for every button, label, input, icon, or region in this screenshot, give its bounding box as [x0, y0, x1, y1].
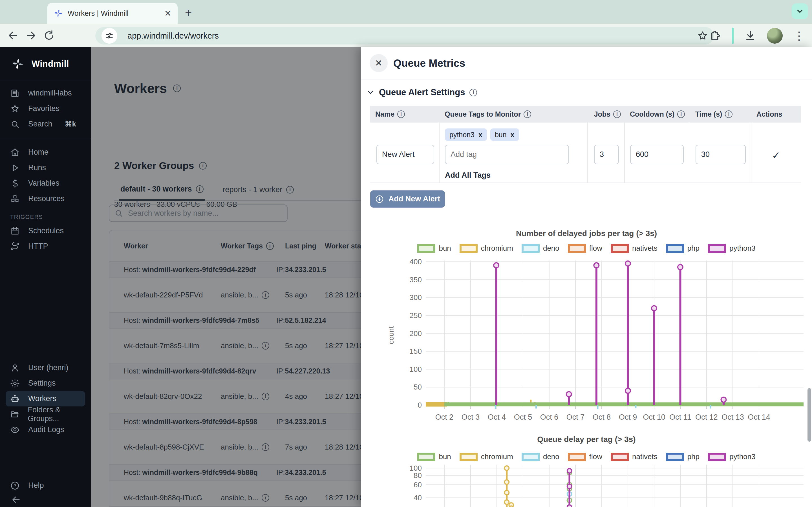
info-icon[interactable]: i [397, 110, 405, 118]
collapse-sidebar-icon[interactable] [0, 493, 91, 504]
back-icon[interactable] [4, 30, 22, 41]
forward-icon[interactable] [22, 30, 40, 41]
browser-menu-icon[interactable]: ⋮ [794, 30, 805, 41]
legend-item-deno[interactable]: deno [522, 244, 559, 252]
extensions-icon[interactable] [709, 30, 721, 42]
info-icon[interactable]: i [262, 443, 269, 451]
sidebar-item-folders-groups[interactable]: Folders & Groups... [0, 406, 91, 422]
alert-name-input[interactable] [376, 145, 434, 164]
host-row: Host: windmill-workers-9fdfc99d4-229dfIP… [109, 262, 361, 277]
bookmark-star-icon[interactable] [697, 30, 708, 41]
worker-tags: ansible, b...i [221, 392, 285, 401]
close-icon[interactable]: ✕ [370, 54, 388, 72]
host-label: Host: windmill-workers-9fdfc99d4-7m8s5 [124, 316, 259, 325]
time-input[interactable] [696, 145, 746, 164]
legend-item-bun[interactable]: bun [417, 244, 451, 252]
tab-label: reports - 1 worker [223, 185, 283, 194]
info-icon[interactable]: i [677, 110, 685, 118]
sidebar-item-user-henri[interactable]: User (henri) [0, 360, 91, 376]
add-tag-input[interactable] [445, 145, 569, 164]
tag-pill-bun[interactable]: bunx [490, 128, 519, 141]
svg-text:Oct 9: Oct 9 [619, 413, 637, 421]
reload-icon[interactable] [40, 30, 58, 41]
sidebar-item-audit-logs[interactable]: Audit Logs [0, 422, 91, 438]
chevron-down-icon [366, 89, 374, 96]
jobs-input[interactable] [594, 145, 619, 164]
alert-column-header: Cooldown (s)i [625, 110, 690, 118]
remove-tag-icon[interactable]: x [478, 131, 483, 139]
queue-metrics-drawer: ✕ Queue Metrics Queue Alert Settings i N… [361, 47, 812, 507]
info-icon[interactable]: i [196, 185, 204, 193]
workers-page: Workersi 2 Worker Groupsi default - 30 w… [91, 47, 361, 507]
sidebar-item-schedules[interactable]: Schedules [0, 223, 91, 238]
sidebar-item-settings[interactable]: Settings [0, 376, 91, 391]
legend-item-deno[interactable]: deno [522, 452, 559, 461]
sidebar-item-variables[interactable]: Variables [0, 175, 91, 191]
sidebar-item-http[interactable]: HTTP [0, 238, 91, 254]
legend-item-flow[interactable]: flow [568, 452, 602, 461]
site-settings-icon[interactable] [101, 28, 117, 44]
queue-alert-settings-toggle[interactable]: Queue Alert Settings i [366, 87, 477, 98]
sidebar-item-label: Help [28, 481, 44, 490]
sidebar-item-label: Variables [28, 179, 59, 187]
delayed-jobs-chart-legend: bunchromiumdenoflownativetsphppython3 [361, 244, 812, 252]
profile-avatar[interactable] [767, 28, 783, 44]
legend-item-python3[interactable]: python3 [708, 452, 756, 461]
add-all-tags-link[interactable]: Add All Tags [445, 171, 491, 180]
worker-search-input[interactable]: Search workers by name... [109, 205, 288, 222]
legend-item-php[interactable]: php [666, 452, 700, 461]
sidebar-item-home[interactable]: Home [0, 145, 91, 160]
legend-item-bun[interactable]: bun [417, 452, 451, 461]
url-bar[interactable]: app.windmill.dev/workers [95, 27, 714, 45]
info-icon[interactable]: i [523, 110, 531, 118]
confirm-check-icon[interactable]: ✓ [772, 150, 780, 161]
remove-tag-icon[interactable]: x [511, 131, 515, 139]
legend-item-chromium[interactable]: chromium [460, 452, 513, 461]
info-icon[interactable]: i [262, 342, 269, 349]
info-icon[interactable]: i [262, 291, 269, 299]
sidebar-item-workers[interactable]: Workers [6, 391, 85, 406]
last-ping: 5s ago [285, 494, 325, 502]
info-icon[interactable]: i [469, 89, 477, 96]
tab-reports[interactable]: reports - 1 workeri [221, 180, 295, 200]
sidebar-item-favorites[interactable]: Favorites [0, 101, 91, 116]
info-icon[interactable]: i [286, 186, 294, 193]
info-icon[interactable]: i [725, 110, 732, 118]
sidebar-item-windmill-labs[interactable]: windmill-labs [0, 86, 91, 101]
last-ping: 4s ago [285, 392, 325, 401]
sidebar-item-runs[interactable]: Runs [0, 160, 91, 175]
cooldown-input[interactable] [630, 145, 684, 164]
legend-item-flow[interactable]: flow [568, 244, 602, 252]
tab-search-button[interactable] [792, 3, 808, 19]
sidebar-brand[interactable]: Windmill [0, 47, 91, 79]
legend-item-chromium[interactable]: chromium [460, 244, 513, 252]
add-new-alert-button[interactable]: Add New Alert [370, 190, 445, 208]
legend-item-python3[interactable]: python3 [708, 244, 756, 252]
legend-item-nativets[interactable]: nativets [611, 452, 658, 461]
info-icon[interactable]: i [613, 110, 621, 118]
new-tab-icon[interactable]: + [185, 6, 192, 20]
sidebar-item-help[interactable]: ? Help [0, 478, 91, 493]
tag-pill-python3[interactable]: python3x [445, 128, 487, 141]
svg-text:50: 50 [414, 383, 422, 391]
legend-item-nativets[interactable]: nativets [611, 244, 658, 252]
alert-jobs-cell [588, 122, 625, 182]
info-icon[interactable]: i [199, 162, 207, 170]
svg-text:300: 300 [410, 293, 422, 302]
info-icon[interactable]: i [173, 84, 181, 92]
tab-default[interactable]: default - 30 workersi [119, 180, 205, 201]
info-icon[interactable]: i [266, 242, 274, 250]
info-icon[interactable]: i [262, 393, 269, 400]
downloads-icon[interactable] [744, 30, 756, 42]
browser-tab[interactable]: Workers | Windmill ✕ [47, 3, 177, 24]
sidebar-item-resources[interactable]: Resources [0, 191, 91, 207]
legend-label: nativets [632, 452, 658, 461]
legend-item-php[interactable]: php [666, 244, 700, 252]
tab-close-icon[interactable]: ✕ [164, 8, 171, 18]
sidebar-item-search[interactable]: Search⌘k [0, 116, 91, 132]
svg-text:Oct 12: Oct 12 [695, 413, 718, 421]
info-icon[interactable]: i [262, 494, 269, 502]
gear-icon [10, 379, 20, 388]
windmill-favicon [54, 8, 63, 18]
drawer-scrollbar[interactable] [808, 388, 811, 442]
